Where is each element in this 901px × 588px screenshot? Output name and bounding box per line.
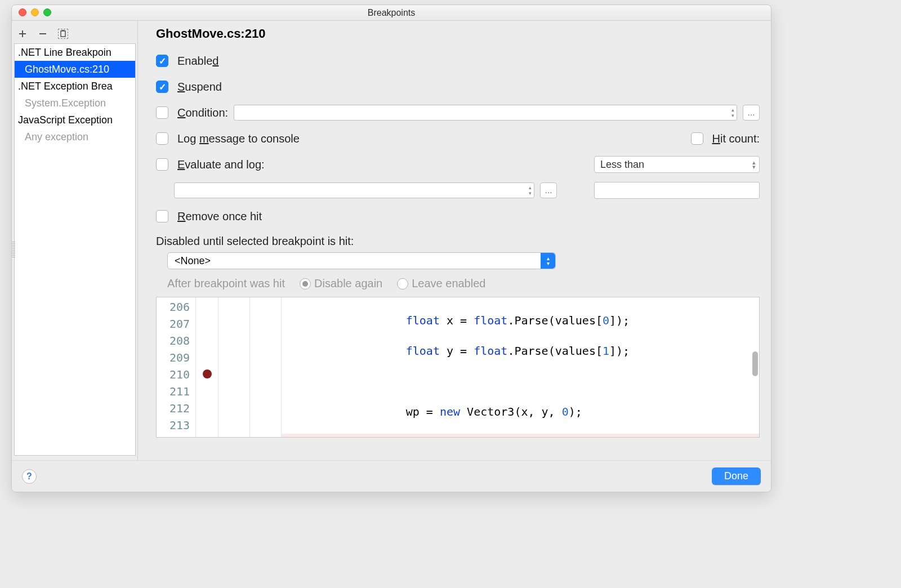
dialog-footer: ? Done [12,460,771,492]
indent-guide-col-2 [250,297,282,437]
indent-guide-col [218,297,250,437]
remove-breakpoint-icon[interactable] [38,29,48,39]
select-blue-caret-icon: ▴▾ [541,253,555,269]
code-preview: 206 207 208 209 210 211 212 213 [156,297,760,438]
sidebar: .NET Line Breakpoin GhostMove.cs:210 .NE… [12,21,138,460]
disable-again-label: Disable again [314,277,382,290]
disable-again-radio[interactable] [300,278,311,289]
splitter-grip-icon[interactable] [12,242,15,259]
tree-category-net-line[interactable]: .NET Line Breakpoin [15,44,135,61]
detail-panel: GhostMove.cs:210 Enabled Suspend Conditi… [138,21,771,460]
svg-rect-0 [61,31,65,37]
hitcount-value-input[interactable] [594,182,760,199]
code-lines[interactable]: float x = float.Parse(values[0]); float … [282,297,759,437]
hitcount-checkbox[interactable] [691,132,703,145]
help-button[interactable]: ? [22,469,37,484]
leave-enabled-radio[interactable] [397,278,408,289]
condition-input[interactable]: ▴▾ [234,105,737,121]
view-options-icon[interactable] [58,29,68,39]
breakpoint-tree[interactable]: .NET Line Breakpoin GhostMove.cs:210 .NE… [14,43,136,456]
line-number-gutter: 206 207 208 209 210 211 212 213 [157,297,196,437]
evaluate-more-button[interactable]: … [540,182,557,198]
evaluate-checkbox[interactable] [156,158,168,171]
tree-item-ghostmove[interactable]: GhostMove.cs:210 [15,61,135,78]
done-button[interactable]: Done [712,467,761,485]
suspend-label: Suspend [177,81,222,93]
titlebar: Breakpoints [12,5,771,21]
evaluate-input[interactable]: ▴▾ [174,182,534,198]
zoom-window-icon[interactable] [43,8,51,16]
tree-item-system-exception[interactable]: System.Exception [15,95,135,112]
log-label: Log message to console [177,132,300,145]
scrollbar-thumb[interactable] [752,351,758,376]
evaluate-history-icon[interactable]: ▴▾ [529,185,532,196]
hitcount-label: Hit count: [712,132,760,145]
select-caret-icon: ▴▾ [752,160,756,169]
disabled-until-value: <None> [175,255,211,267]
breakpoint-gutter[interactable] [196,297,218,437]
remove-once-hit-label: Remove once hit [177,210,262,223]
log-checkbox[interactable] [156,132,168,145]
remove-once-hit-checkbox[interactable] [156,210,168,222]
disabled-until-label: Disabled until selected breakpoint is hi… [156,235,760,248]
leave-enabled-label: Leave enabled [412,277,485,290]
suspend-checkbox[interactable] [156,81,168,93]
condition-checkbox[interactable] [156,106,168,119]
enabled-checkbox[interactable] [156,55,168,67]
disabled-until-select[interactable]: <None> ▴▾ [167,252,556,269]
close-window-icon[interactable] [19,8,26,16]
tree-item-any-exception[interactable]: Any exception [15,128,135,145]
breakpoints-window: Breakpoints .NET Line Breakpoin [11,5,771,492]
condition-label: Condition: [177,106,228,119]
breakpoint-dot-icon[interactable] [203,369,212,378]
after-hit-label: After breakpoint was hit [167,277,285,290]
evaluate-label: Evaluate and log: [177,158,265,171]
condition-more-button[interactable]: … [743,105,760,121]
minimize-window-icon[interactable] [31,8,39,16]
hitcount-mode-select[interactable]: Less than ▴▾ [594,156,760,173]
enabled-label: Enabled [177,55,218,68]
breakpoint-title: GhostMove.cs:210 [156,26,760,41]
tree-category-net-exception[interactable]: .NET Exception Brea [15,78,135,95]
tree-category-js-exception[interactable]: JavaScript Exception [15,112,135,128]
hitcount-mode-value: Less than [600,159,644,171]
window-title: Breakpoints [368,8,416,18]
add-breakpoint-icon[interactable] [17,29,28,39]
condition-history-icon[interactable]: ▴▾ [731,107,734,118]
